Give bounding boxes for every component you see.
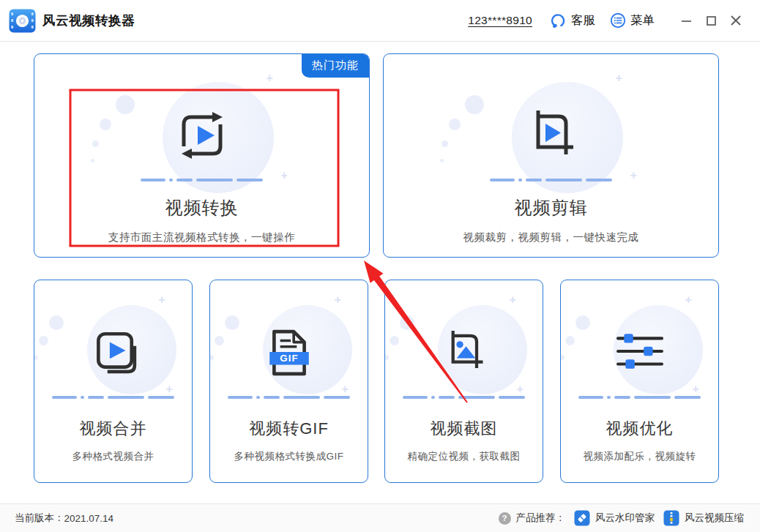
card-subtitle: 多种视频格式转换成GIF — [234, 450, 344, 463]
menu-icon — [610, 12, 626, 29]
menu-button[interactable]: 菜单 — [610, 12, 655, 29]
stacked-play-icon — [89, 321, 138, 383]
version-value: 2021.07.14 — [64, 513, 114, 524]
card-title: 视频剪辑 — [515, 196, 588, 220]
customer-service-button[interactable]: 客服 — [550, 12, 595, 29]
card-video-optimize[interactable]: 视频优化 视频添加配乐，视频旋转 — [560, 280, 719, 483]
decorative-underline — [403, 396, 525, 399]
decorative-underline — [228, 396, 350, 399]
card-subtitle: 精确定位视频，获取截图 — [408, 450, 521, 463]
close-button[interactable] — [726, 11, 745, 30]
card-video-merge[interactable]: 视频合并 多种格式视频合并 — [34, 280, 193, 483]
decorative-underline — [490, 179, 612, 181]
gif-file-icon: GIF — [268, 321, 310, 383]
title-bar: 风云视频转换器 123****8910 客服 — [0, 0, 760, 42]
card-title: 视频转换 — [165, 196, 239, 220]
main-area: 热门功能 视频转换 支持市面主流视频格式转换，一键操作 — [0, 42, 760, 503]
card-title: 视频转GIF — [249, 418, 329, 440]
hot-feature-badge: 热门功能 — [302, 54, 369, 78]
card-subtitle: 视频添加配乐，视频旋转 — [584, 450, 696, 463]
app-window: 风云视频转换器 123****8910 客服 — [0, 0, 760, 532]
sliders-icon — [616, 321, 663, 383]
account-link[interactable]: 123****8910 — [468, 14, 532, 27]
card-video-to-gif[interactable]: GIF 视频转GIF 多种视频格式转换成GIF — [209, 280, 368, 483]
card-video-edit[interactable]: 视频剪辑 视频裁剪，视频剪辑，一键快速完成 — [383, 53, 719, 258]
loop-play-icon — [171, 100, 233, 171]
headset-icon — [550, 12, 567, 29]
app-logo-icon — [9, 9, 36, 33]
card-subtitle: 视频裁剪，视频剪辑，一键快速完成 — [463, 231, 639, 244]
app-title: 风云视频转换器 — [42, 12, 135, 29]
maximize-button[interactable] — [701, 11, 720, 30]
zipper-icon — [663, 510, 679, 526]
crop-play-icon — [522, 100, 581, 171]
card-video-convert[interactable]: 热门功能 视频转换 支持市面主流视频格式转换，一键操作 — [34, 53, 370, 258]
minimize-button[interactable] — [677, 11, 696, 30]
product-link-watermark[interactable]: 风云水印管家 — [574, 510, 655, 526]
status-bar: 当前版本： 2021.07.14 ? 产品推荐： 风云水印管家 — [0, 503, 760, 532]
product-name: 风云水印管家 — [595, 512, 655, 525]
maximize-icon — [706, 15, 717, 26]
customer-service-label: 客服 — [571, 12, 595, 29]
recommend-label: 产品推荐： — [516, 512, 566, 525]
product-link-compress[interactable]: 风云视频压缩 — [663, 510, 744, 526]
decorative-underline — [578, 396, 701, 399]
decorative-underline — [141, 179, 263, 181]
help-icon[interactable]: ? — [499, 512, 511, 525]
card-title: 视频优化 — [606, 418, 674, 440]
minimize-icon — [681, 15, 692, 26]
close-icon — [730, 15, 742, 26]
eraser-icon — [574, 510, 590, 526]
card-video-screenshot[interactable]: 视频截图 精确定位视频，获取截图 — [384, 280, 543, 483]
card-title: 视频合并 — [80, 418, 147, 440]
version-label: 当前版本： — [15, 512, 64, 525]
card-title: 视频截图 — [431, 418, 498, 440]
card-subtitle: 支持市面主流视频格式转换，一键操作 — [108, 231, 295, 244]
product-name: 风云视频压缩 — [685, 512, 744, 525]
decorative-underline — [52, 396, 174, 399]
gif-label: GIF — [280, 353, 298, 364]
menu-label: 菜单 — [630, 12, 655, 29]
card-subtitle: 多种格式视频合并 — [72, 450, 154, 463]
crop-image-icon — [439, 321, 489, 383]
